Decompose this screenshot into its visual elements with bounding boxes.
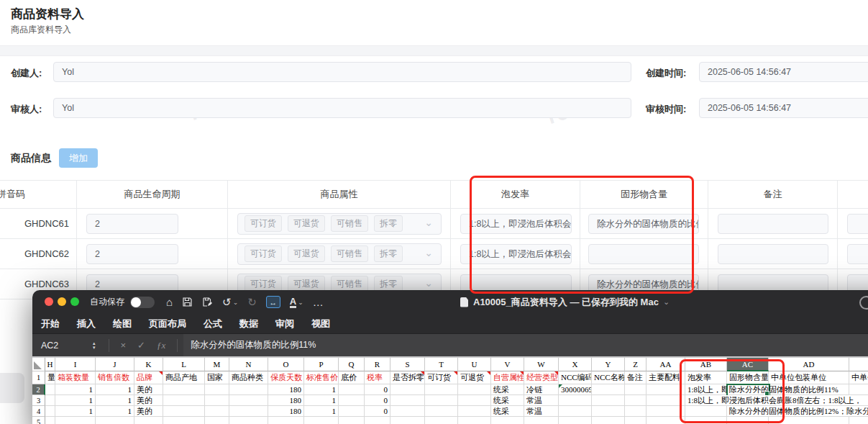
cell-V2[interactable]: 统采 xyxy=(491,384,524,395)
cell-L3[interactable] xyxy=(163,395,205,406)
cell-Y2[interactable] xyxy=(592,384,625,395)
cell-H1[interactable]: 量 xyxy=(45,371,55,384)
minimize-window-icon[interactable] xyxy=(58,297,66,306)
cell-AA1[interactable]: 主要配料 xyxy=(647,371,685,384)
cell-Y5[interactable] xyxy=(592,417,625,424)
cell-V4[interactable]: 统采 xyxy=(491,406,524,417)
cell-W1[interactable]: 经营类型 xyxy=(524,371,559,384)
cell-X3[interactable] xyxy=(559,395,592,406)
column-header-N[interactable]: N xyxy=(229,358,268,371)
cell-S3[interactable] xyxy=(390,395,425,406)
column-header-AA[interactable]: AA xyxy=(647,358,685,371)
attributes-select[interactable]: 可订货可退货可销售拆零⌄ xyxy=(237,243,442,265)
formula-input[interactable]: 除水分外的固体物质的比例11% xyxy=(183,334,868,356)
cell-AC4[interactable]: 除水分外的固体物质的比例12%；除水分 xyxy=(727,406,769,417)
remark-input[interactable] xyxy=(718,214,828,234)
cell-AC5[interactable] xyxy=(727,417,769,424)
title-caret-icon[interactable]: ⌄ xyxy=(663,297,670,307)
cell-AD1[interactable]: 中单位包装单位 xyxy=(769,371,849,384)
cell-N2[interactable] xyxy=(229,384,268,395)
cell-AA5[interactable] xyxy=(647,417,685,424)
column-header-Q[interactable]: Q xyxy=(339,358,365,371)
cell-X2[interactable]: 30000069 xyxy=(559,384,592,395)
more-commands-icon[interactable]: … xyxy=(313,296,324,308)
cell-R4[interactable]: 0 xyxy=(365,406,390,417)
column-header-L[interactable]: L xyxy=(163,358,205,371)
cell-L5[interactable] xyxy=(163,417,205,424)
cell-J4[interactable]: 1 xyxy=(96,406,134,417)
cell-AB4[interactable] xyxy=(685,406,727,417)
cell-U5[interactable] xyxy=(458,417,491,424)
autosave-toggle[interactable] xyxy=(130,297,155,308)
cell-P2[interactable]: 1 xyxy=(304,384,339,395)
cell-N5[interactable] xyxy=(229,417,268,424)
cell-Z2[interactable] xyxy=(625,384,647,395)
cell-K5[interactable] xyxy=(134,417,163,424)
cell-Z3[interactable] xyxy=(625,395,647,406)
cell-R5[interactable] xyxy=(365,417,390,424)
ribbon-tab-公式[interactable]: 公式 xyxy=(204,317,222,330)
cell-V3[interactable]: 统采 xyxy=(491,395,524,406)
column-header-U[interactable]: U xyxy=(458,358,491,371)
column-header-AE[interactable]: AE xyxy=(849,358,868,371)
column-header-J[interactable]: J xyxy=(96,358,134,371)
cell-M4[interactable] xyxy=(205,406,229,417)
cell-P1[interactable]: 标准售价 xyxy=(304,371,339,384)
column-header-Y[interactable]: Y xyxy=(592,358,625,371)
add-button[interactable]: 增加 xyxy=(59,148,98,168)
cell-U3[interactable] xyxy=(458,395,491,406)
cell-AA3[interactable] xyxy=(647,395,685,406)
cell-K3[interactable]: 美的 xyxy=(134,395,163,406)
cell-Q3[interactable] xyxy=(339,395,365,406)
row-header-2[interactable]: 2 xyxy=(32,384,45,395)
cell-I3[interactable]: 1 xyxy=(55,395,96,406)
cell-L1[interactable]: 商品产地 xyxy=(163,371,205,384)
cell-U2[interactable] xyxy=(458,384,491,395)
cell-O5[interactable] xyxy=(268,417,304,424)
search-icon[interactable] xyxy=(859,296,868,310)
ribbon-tab-页面布局[interactable]: 页面布局 xyxy=(149,317,186,330)
remark-input[interactable] xyxy=(718,244,828,264)
cell-AB2[interactable]: 1:8以上，即 xyxy=(685,384,727,395)
cell-T2[interactable] xyxy=(425,384,458,395)
cell-M5[interactable] xyxy=(205,417,229,424)
cell-T5[interactable] xyxy=(425,417,458,424)
cell-S2[interactable] xyxy=(390,384,425,395)
cell-J3[interactable]: 1 xyxy=(96,395,134,406)
column-header-H[interactable]: H xyxy=(45,358,55,371)
ribbon-tab-数据[interactable]: 数据 xyxy=(239,317,258,330)
cell-AA4[interactable] xyxy=(647,406,685,417)
extra-input[interactable] xyxy=(847,244,868,264)
cell-Q2[interactable] xyxy=(339,384,365,395)
column-header-AD[interactable]: AD xyxy=(769,358,849,371)
cell-H5[interactable] xyxy=(45,417,55,424)
cell-M2[interactable] xyxy=(205,384,229,395)
extra-input[interactable] xyxy=(847,214,868,234)
cell-R3[interactable]: 0 xyxy=(365,395,390,406)
cell-M1[interactable]: 国家 xyxy=(205,371,229,384)
created-time-input[interactable]: 2025-06-05 14:56:47 xyxy=(699,62,868,82)
row-header-3[interactable]: 3 xyxy=(32,395,45,406)
cell-S4[interactable] xyxy=(390,406,425,417)
column-header-I[interactable]: I xyxy=(55,358,96,371)
cell-X4[interactable] xyxy=(559,406,592,417)
cell-L4[interactable] xyxy=(163,406,205,417)
cell-K2[interactable]: 美的 xyxy=(134,384,163,395)
cell-X1[interactable]: NCC编码 xyxy=(559,371,592,384)
soak-input[interactable]: 1:8以上，即浸泡后体积会膨胀8倍左右 xyxy=(460,244,572,264)
cell-Z5[interactable] xyxy=(625,417,647,424)
cell-Y3[interactable] xyxy=(592,395,625,406)
cell-H4[interactable] xyxy=(45,406,55,417)
solid-input[interactable] xyxy=(588,244,699,264)
cell-T1[interactable]: 可订货 xyxy=(425,371,458,384)
name-box[interactable]: AC2 xyxy=(32,340,93,351)
ribbon-tab-视图[interactable]: 视图 xyxy=(311,317,330,330)
cell-AB3[interactable]: 1:8以上，即浸泡后体积会膨胀8倍左右；1:8以上， xyxy=(685,395,727,406)
cell-W4[interactable]: 常温 xyxy=(524,406,559,417)
lifecycle-input[interactable]: 2 xyxy=(86,214,178,234)
cell-R2[interactable]: 0 xyxy=(365,384,390,395)
cell-AE1[interactable]: 中单位转 xyxy=(849,371,868,384)
cell-Q5[interactable] xyxy=(339,417,365,424)
cell-W3[interactable]: 常温 xyxy=(524,395,559,406)
row-header-5[interactable]: 5 xyxy=(32,417,45,424)
